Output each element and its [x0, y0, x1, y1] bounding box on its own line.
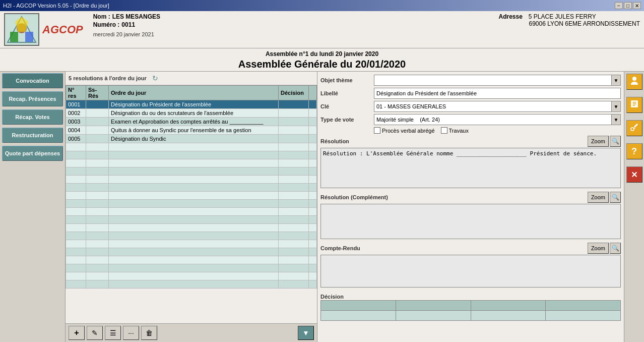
- resolution-textarea[interactable]: Résolution : L'Assemblée Générale nomme …: [320, 148, 621, 188]
- close-button[interactable]: ✕: [633, 2, 641, 9]
- proces-verbal-checkbox[interactable]: [374, 127, 380, 134]
- resolution-complement-textarea[interactable]: [320, 204, 621, 239]
- cell-arrow: [309, 135, 317, 143]
- compte-rendu-label: Compte-Rendu: [320, 245, 360, 251]
- tools-button[interactable]: [626, 120, 642, 136]
- compte-rendu-search-button[interactable]: 🔍: [610, 243, 621, 254]
- close-x-button[interactable]: ✕: [626, 166, 642, 183]
- decision-label: Décision: [320, 294, 344, 300]
- list-button[interactable]: ☰: [105, 326, 121, 340]
- numero-value: 0011: [121, 21, 135, 28]
- table-row-empty: [66, 208, 317, 216]
- search-icon: 🔍: [612, 138, 619, 145]
- svg-rect-4: [25, 32, 33, 42]
- minimize-button[interactable]: −: [615, 2, 623, 9]
- table-row[interactable]: 0003 Examen et Approbation des comptes a…: [66, 118, 317, 126]
- logo-box: [4, 13, 39, 46]
- cell-ordre: Examen et Approbation des comptes arrêté…: [109, 118, 279, 126]
- assembly-main-title: Assemblée Générale du 20/01/2020: [0, 59, 644, 70]
- help-button[interactable]: ?: [626, 143, 642, 159]
- objet-theme-select[interactable]: ▼: [374, 75, 621, 86]
- table-row-empty: [66, 167, 317, 176]
- title-bar: H2I - AGCOP Version 5.05 - [Ordre du jou…: [0, 0, 644, 11]
- toolbar-left: + ✎ ☰ ··· 🗑: [69, 326, 157, 340]
- resolution-section: Résolution Zoom 🔍 Résolution : L'Assembl…: [320, 136, 621, 192]
- libelle-label: Libellé: [320, 90, 371, 96]
- objet-theme-arrow-icon[interactable]: ▼: [611, 75, 620, 86]
- resolution-complement-search-button[interactable]: 🔍: [610, 192, 621, 203]
- proces-verbal-item: Procès verbal abrégé: [374, 127, 435, 134]
- table-row-empty: [66, 232, 317, 240]
- cell-ordre: Désignation du Président de l'assemblée: [109, 100, 279, 109]
- book-button[interactable]: [626, 97, 642, 113]
- table-row-empty: [66, 248, 317, 256]
- edit-button[interactable]: ✎: [87, 326, 103, 340]
- window-controls: − □ ✕: [615, 2, 641, 9]
- sidebar-item-restructuration[interactable]: Restructuration: [2, 128, 63, 143]
- compte-rendu-textarea[interactable]: [320, 255, 621, 288]
- travaux-checkbox[interactable]: [441, 127, 447, 134]
- nom-value: LES MESANGES: [112, 13, 160, 20]
- type-vote-value: Majorité simple (Art. 24): [374, 116, 611, 124]
- add-button[interactable]: +: [69, 326, 85, 340]
- maximize-button[interactable]: □: [624, 2, 632, 9]
- libelle-row: Libellé: [320, 88, 621, 99]
- arrow-down-button[interactable]: ▼: [298, 326, 314, 340]
- header-info: Nom : LES MESANGES Numéro : 0011 mercred…: [93, 13, 469, 37]
- compte-rendu-zoom-button[interactable]: Zoom: [588, 243, 609, 254]
- resolution-zoom-button[interactable]: Zoom: [588, 136, 609, 147]
- type-vote-select[interactable]: Majorité simple (Art. 24) ▼: [374, 114, 621, 125]
- sidebar-item-convocation[interactable]: Convocation: [2, 73, 63, 88]
- delete-button[interactable]: 🗑: [141, 326, 157, 340]
- sidebar-item-quote-part[interactable]: Quote part dépenses: [2, 146, 63, 161]
- person-button[interactable]: [626, 74, 642, 90]
- resolution-complement-label: Résolution (Complément): [320, 194, 388, 200]
- person-icon: [629, 76, 639, 88]
- cell-decision: [279, 135, 309, 143]
- assembly-subtitle: Assemblée n°1 du lundi 20 janvier 2020: [0, 50, 644, 58]
- cell-num: 0003: [66, 118, 86, 126]
- header-area: AGCOP Nom : LES MESANGES Numéro : 0011 m…: [0, 11, 644, 48]
- search-icon-2: 🔍: [612, 194, 619, 201]
- table-row[interactable]: 0002 Désignation du ou des scrutateurs d…: [66, 109, 317, 118]
- sidebar-item-recap-presences[interactable]: Recap. Présences: [2, 91, 63, 106]
- table-row-empty: [66, 224, 317, 232]
- content-area: Convocation Recap. Présences Récap. Vote…: [0, 72, 644, 342]
- cle-select[interactable]: 01 - MASSES GENERALES ▼: [374, 101, 621, 112]
- decision-col4-header: [546, 301, 621, 311]
- svg-point-6: [632, 77, 636, 81]
- proces-verbal-label: Procès verbal abrégé: [382, 128, 435, 134]
- adresse-line1: 5 PLACE JULES FERRY: [529, 13, 596, 20]
- cell-ordre: Quitus à donner au Syndic pour l'ensembl…: [109, 126, 279, 135]
- edit-icon: ✎: [92, 329, 98, 337]
- col-ss-res: Ss-Rés: [86, 86, 109, 100]
- cle-label: Clé: [320, 103, 371, 109]
- table-row[interactable]: 0005 Désignation du Syndic: [66, 135, 317, 143]
- cell-num: 0002: [66, 109, 86, 118]
- table-row-empty: [66, 176, 317, 184]
- resolution-search-button[interactable]: 🔍: [610, 136, 621, 147]
- sidebar-item-recap-votes[interactable]: Récap. Votes: [2, 109, 63, 125]
- cell-decision: [279, 100, 309, 109]
- cle-arrow-icon[interactable]: ▼: [611, 101, 620, 112]
- refresh-icon[interactable]: ↻: [151, 74, 160, 83]
- table-row-empty: [66, 240, 317, 248]
- table-row[interactable]: 0001 Désignation du Président de l'assem…: [66, 100, 317, 109]
- libelle-input[interactable]: [374, 88, 621, 99]
- header-address: Adresse 5 PLACE JULES FERRY 69006 LYON 6…: [498, 13, 640, 27]
- svg-rect-3: [10, 32, 18, 42]
- close-x-icon: ✕: [631, 170, 637, 180]
- adresse-line2: 69006 LYON 6EME ARRONDISSEMENT: [529, 20, 640, 27]
- type-vote-arrow-icon[interactable]: ▼: [611, 114, 620, 125]
- resolution-complement-zoom-button[interactable]: Zoom: [588, 192, 609, 203]
- resolution-label: Résolution: [320, 138, 349, 144]
- table-row[interactable]: 0004 Quitus à donner au Syndic pour l'en…: [66, 126, 317, 135]
- window-title: H2I - AGCOP Version 5.05 - [Ordre du jou…: [3, 3, 109, 9]
- agcop-logo-text: AGCOP: [42, 23, 83, 36]
- cell-arrow: [309, 109, 317, 118]
- type-vote-label: Type de vote: [320, 117, 371, 123]
- more-button[interactable]: ···: [123, 326, 139, 340]
- cle-value: 01 - MASSES GENERALES: [374, 102, 611, 110]
- left-sidebar: Convocation Recap. Présences Récap. Vote…: [0, 72, 66, 342]
- cell-num: 0001: [66, 100, 86, 109]
